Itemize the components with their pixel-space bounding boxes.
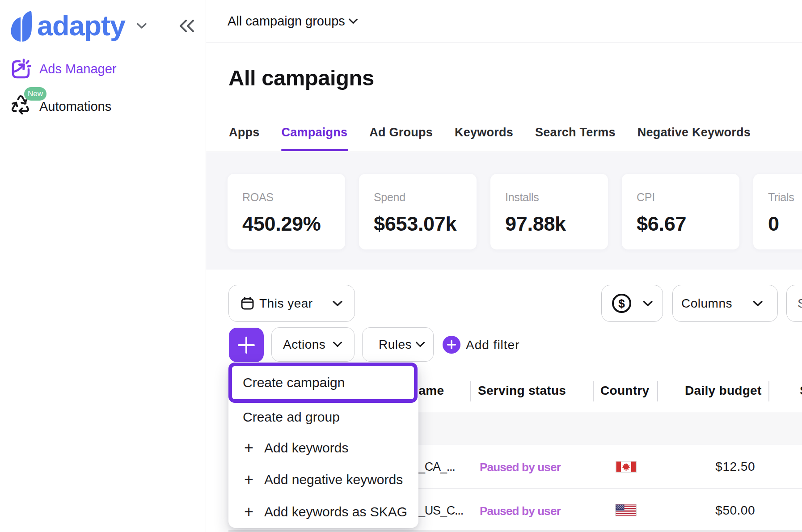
svg-text:$: $: [618, 297, 625, 310]
